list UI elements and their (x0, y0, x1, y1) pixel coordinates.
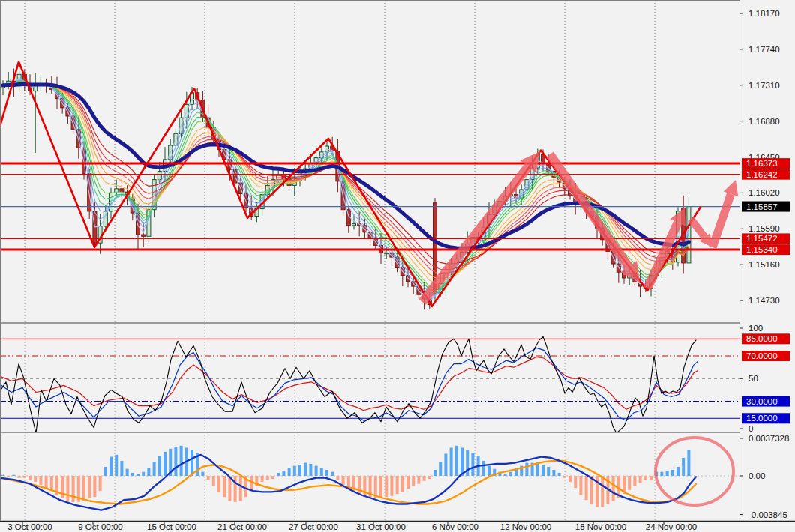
macd-histogram-bar (563, 476, 566, 478)
macd-histogram-bar (126, 469, 129, 476)
macd-histogram-bar (272, 476, 274, 479)
macd-histogram-bar (266, 476, 269, 480)
macd-histogram-bar (358, 476, 361, 495)
macd-histogram-bar (309, 464, 312, 476)
macd-histogram-bar (396, 476, 399, 494)
macd-histogram-bar (428, 476, 431, 479)
macd-histogram-bar (147, 468, 150, 476)
macd-histogram-bar (412, 476, 415, 486)
macd-histogram-bar (423, 476, 426, 481)
price-axis-label: 1.16880 (748, 117, 780, 126)
price-badge: 85.0000 (742, 333, 790, 344)
date-label: 3 Oct 00:00 (8, 522, 52, 531)
macd-histogram-bar (682, 458, 685, 476)
macd-histogram-bar (110, 457, 112, 476)
macd-histogram-bar (536, 463, 539, 476)
oscillator-axis-label: 0 (748, 424, 753, 433)
macd-histogram-bar (585, 476, 588, 500)
price-axis-label: 1.15160 (748, 260, 780, 269)
price-badge: 1.15472 (742, 233, 790, 244)
candle-body (352, 224, 356, 226)
date-label: 24 Nov 00:00 (646, 522, 697, 531)
candle-body (142, 235, 146, 236)
oscillator-axis-label: 50 (748, 374, 758, 383)
macd-histogram-bar (639, 476, 642, 483)
macd-histogram-bar (104, 467, 107, 476)
macd-histogram-bar (234, 476, 237, 502)
price-badge: 1.16373 (742, 158, 790, 169)
date-label: 21 Oct 00:00 (218, 522, 267, 531)
macd-histogram-bar (93, 476, 96, 497)
macd-histogram-bar (660, 472, 663, 476)
macd-histogram-bar (277, 473, 280, 476)
price-axis-label: 1.17310 (748, 81, 780, 90)
macd-histogram-bar (417, 476, 420, 484)
price-badge: 15.0000 (742, 413, 790, 423)
price-badge-text: 85.0000 (746, 334, 778, 343)
macd-histogram-bar (509, 472, 512, 476)
macd-histogram-bar (633, 476, 636, 486)
macd-histogram-bar (650, 476, 652, 480)
price-axis-label: 1.14730 (748, 296, 780, 305)
macd-histogram-bar (666, 471, 669, 476)
macd-histogram-bar (326, 470, 328, 476)
macd-histogram-bar (552, 470, 555, 476)
macd-histogram-bar (336, 476, 339, 480)
macd-histogram-bar (34, 476, 37, 482)
price-axis-label: 1.18170 (748, 9, 780, 18)
date-label: 6 Nov 00:00 (432, 522, 478, 531)
price-axis-label: 1.17740 (748, 45, 780, 54)
macd-histogram-bar (455, 446, 458, 476)
trading-chart-window: 1.181701.177401.173101.168801.164501.160… (0, 0, 795, 532)
date-label: 9 Oct 00:00 (78, 522, 122, 531)
macd-histogram-bar (385, 476, 388, 497)
macd-histogram-bar (628, 476, 631, 490)
macd-histogram-bar (7, 476, 10, 477)
macd-histogram-bar (406, 476, 410, 489)
macd-histogram-bar (401, 476, 404, 492)
macd-histogram-bar (28, 476, 32, 480)
macd-histogram-bar (131, 473, 134, 476)
price-badge: 1.15857 (742, 202, 790, 212)
macd-histogram-bar (261, 476, 264, 482)
macd-histogram-bar (18, 476, 21, 478)
macd-histogram-bar (174, 447, 177, 476)
macd-histogram-bar (547, 467, 550, 476)
macd-histogram-bar (525, 463, 528, 476)
macd-histogram-bar (315, 466, 318, 476)
macd-histogram-bar (99, 476, 102, 491)
candle-body (120, 189, 124, 192)
macd-histogram-bar (460, 447, 464, 476)
price-badge-text: 1.15472 (746, 234, 778, 243)
date-label: 27 Oct 00:00 (289, 522, 338, 531)
macd-histogram-bar (250, 476, 253, 491)
macd-histogram-bar (298, 465, 302, 476)
macd-histogram-bar (488, 466, 490, 476)
date-label: 18 Nov 00:00 (575, 522, 626, 531)
chart-canvas[interactable]: 1.181701.177401.173101.168801.164501.160… (0, 0, 795, 532)
macd-histogram-bar (342, 476, 345, 485)
macd-histogram-bar (380, 476, 382, 498)
macd-histogram-bar (164, 452, 166, 476)
macd-histogram-bar (687, 450, 690, 476)
macd-histogram-bar (542, 465, 544, 476)
macd-axis-label: -0.003845 (748, 510, 788, 519)
date-label: 31 Oct 00:00 (356, 522, 406, 531)
macd-histogram-bar (439, 462, 442, 476)
oscillator-axis-label: 100 (748, 324, 763, 333)
price-badge: 30.0000 (742, 396, 790, 407)
price-badge: 1.16242 (742, 169, 790, 180)
date-label: 15 Oct 00:00 (147, 522, 196, 531)
macd-histogram-bar (579, 476, 582, 495)
macd-histogram-bar (304, 463, 307, 476)
macd-histogram-bar (331, 472, 334, 476)
macd-histogram-bar (23, 476, 26, 478)
macd-histogram-bar (612, 476, 615, 501)
macd-histogram-bar (180, 446, 183, 476)
date-label: 12 Nov 00:00 (500, 522, 551, 531)
price-axis-label: 1.15590 (748, 224, 780, 233)
macd-histogram-bar (12, 475, 15, 476)
macd-histogram-bar (39, 476, 42, 485)
candle-body (385, 253, 388, 254)
price-badge: 1.15340 (742, 244, 790, 255)
